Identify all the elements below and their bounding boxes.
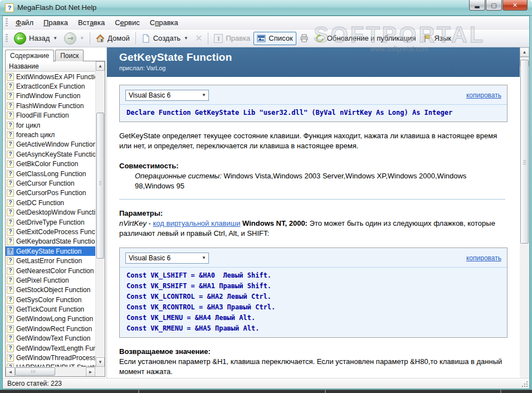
parameters-text: nVirtKey - код виртуальной клавиши Windo… xyxy=(119,219,507,239)
maximize-button[interactable]: ▢ xyxy=(486,0,502,11)
scrollbar-thumb[interactable] xyxy=(520,60,529,244)
language-button[interactable]: Язык xyxy=(419,32,455,45)
sidebar-item-label: GetWindowLong Function xyxy=(16,315,93,323)
home-button[interactable]: Домой xyxy=(92,32,133,45)
content-vertical-scrollbar[interactable]: ▲ ▼ xyxy=(520,47,529,378)
page-title: GetKeyState Function xyxy=(119,51,520,64)
sidebar-item-label: GetPixel Function xyxy=(16,276,69,284)
forward-chevron-icon: ▼ xyxy=(80,36,84,41)
sidebar-list-item[interactable]: ?FlashWindow Function xyxy=(6,101,95,110)
titlebar[interactable]: ? MegaFlash Dot Net Help ▬ ▢ ✕ xyxy=(0,0,532,16)
sidebar-horizontal-scrollbar[interactable]: ◄ ► xyxy=(6,367,95,376)
sidebar-list-item[interactable]: ?GetSysColor Function xyxy=(6,295,95,304)
taskbar-divider xyxy=(325,390,326,393)
copy-link[interactable]: копировать xyxy=(466,90,501,100)
list-button[interactable]: Список xyxy=(253,32,296,45)
sidebar-item-label: GetStockObject Function xyxy=(16,286,90,294)
language-select[interactable]: Visual Basic 6 ▼ xyxy=(125,253,209,264)
menu-item[interactable]: Правка xyxy=(38,17,73,28)
minimize-button[interactable]: ▬ xyxy=(469,0,485,11)
sidebar-list-item[interactable]: ?GetDC Function xyxy=(6,198,95,207)
back-icon: ← xyxy=(14,32,26,45)
app-window: ? MegaFlash Dot Net Help ▬ ▢ ✕ ФайлПравк… xyxy=(0,0,532,393)
create-button[interactable]: Создать ▼ xyxy=(138,32,192,45)
sidebar-list-item[interactable]: ?GetKeyState Function xyxy=(6,246,95,256)
print-button[interactable] xyxy=(296,32,312,45)
sidebar-list-item[interactable]: ?ExtractIconEx Function xyxy=(6,81,95,91)
sidebar-list-item[interactable]: ?GetTickCount Function xyxy=(6,304,95,314)
app-icon: ? xyxy=(5,3,14,12)
back-button[interactable]: ← Назад ▼ xyxy=(11,30,61,47)
scroll-up-icon[interactable]: ▲ xyxy=(96,61,105,71)
question-icon: ? xyxy=(7,276,14,284)
new-document-icon xyxy=(141,34,150,43)
sidebar-list-item[interactable]: ?GetWindowLong Function xyxy=(6,314,95,324)
sidebar-list-item[interactable]: ?HARDWAREINPUT Structu xyxy=(6,363,95,367)
tab-contents[interactable]: Содержание xyxy=(5,50,54,62)
sidebar-list-item[interactable]: ?GetWindowText Function xyxy=(6,334,95,343)
compatibility-heading: Совместимость: xyxy=(119,161,507,171)
scrollbar-thumb[interactable] xyxy=(15,367,55,376)
menu-item[interactable]: Файл xyxy=(11,17,38,28)
sidebar-vertical-scrollbar[interactable]: ▲ ▼ xyxy=(95,61,105,367)
sidebar-list-item[interactable]: ?GetStockObject Function xyxy=(6,285,95,295)
scroll-up-icon[interactable]: ▲ xyxy=(520,47,529,57)
close-button[interactable]: ✕ xyxy=(502,0,528,11)
home-label: Домой xyxy=(108,34,130,42)
question-icon: ? xyxy=(7,208,14,216)
delete-button[interactable]: ✕ xyxy=(192,31,206,46)
sidebar-list-item[interactable]: ?ExitWindowsEx API Function xyxy=(6,72,95,81)
scrollbar-grip xyxy=(99,181,101,185)
sidebar-list-item[interactable]: ?foreach цикл xyxy=(6,130,95,139)
sidebar-list-item[interactable]: ?GetWindowRect Function xyxy=(6,324,95,333)
question-icon: ? xyxy=(7,257,14,265)
forward-button[interactable]: → ▼ xyxy=(61,30,87,47)
toolbar-separator xyxy=(90,32,90,45)
sidebar-list-item[interactable]: ?GetCursorPos Function xyxy=(6,188,95,198)
sidebar-list-item[interactable]: ?GetBkColor Function xyxy=(6,159,95,169)
status-bar: Всего статей: 223 xyxy=(3,378,529,389)
scroll-down-icon[interactable]: ▼ xyxy=(96,357,105,367)
sidebar-list-item[interactable]: ?GetDriveType Function xyxy=(6,217,95,227)
edit-icon: I xyxy=(214,34,223,43)
question-icon: ? xyxy=(7,189,14,197)
menu-item[interactable]: Справка xyxy=(145,17,183,28)
delete-icon: ✕ xyxy=(195,33,202,43)
code-lines: Const VK_LSHIFT = &HA0 Левый Shift.Const… xyxy=(120,268,507,337)
copy-link[interactable]: копировать xyxy=(466,253,501,263)
article-author: прислал: VarLog xyxy=(119,65,520,71)
sidebar-list-item[interactable]: ?GetClassLong Function xyxy=(6,169,95,178)
scroll-left-icon[interactable]: ◄ xyxy=(6,367,15,377)
sidebar-list-item[interactable]: ?GetKeyboardState Function xyxy=(6,237,95,246)
sidebar-list-item[interactable]: ?GetAsyncKeyState Function xyxy=(6,149,95,159)
list-column-header[interactable]: Название xyxy=(6,61,95,72)
scrollbar-thumb[interactable] xyxy=(96,113,104,259)
scroll-right-icon[interactable]: ► xyxy=(86,367,95,377)
toolbar-grip[interactable] xyxy=(6,34,8,43)
sidebar-item-label: GetWindowTextLength Fun xyxy=(16,345,95,352)
sidebar-list-item[interactable]: ?GetDesktopWindow Functio xyxy=(6,207,95,217)
edit-button[interactable]: I Правка xyxy=(211,32,253,45)
menu-item[interactable]: Вставка xyxy=(73,17,110,28)
menu-item[interactable]: Сервис xyxy=(110,17,145,28)
menubar-grip[interactable] xyxy=(6,18,8,27)
sidebar-list-item[interactable]: ?FloodFill Function xyxy=(6,111,95,120)
virtual-key-link[interactable]: код виртуальной клавиши xyxy=(153,219,241,227)
sidebar-list-item[interactable]: ?GetCursor Function xyxy=(6,178,95,188)
tab-search[interactable]: Поиск xyxy=(55,50,84,61)
resize-grip-icon[interactable] xyxy=(521,381,528,387)
sidebar-list-item[interactable]: ?GetPixel Function xyxy=(6,275,95,285)
sidebar-list-item[interactable]: ?GetLastError Function xyxy=(6,256,95,265)
question-icon: ? xyxy=(7,102,14,110)
sidebar-list-item[interactable]: ?FindWindow Function xyxy=(6,91,95,101)
sidebar-list-item[interactable]: ?GetActiveWindow Function xyxy=(6,140,95,149)
update-publish-button[interactable]: Обновление и публикация xyxy=(312,32,419,45)
sidebar-list-item[interactable]: ?GetExitCodeProcess Functio xyxy=(6,227,95,236)
sidebar-list-item[interactable]: ?GetWindowTextLength Fun xyxy=(6,343,95,353)
sidebar-list-item[interactable]: ?for цикл xyxy=(6,120,95,130)
sidebar-list-item[interactable]: ?GetNearestColor Function xyxy=(6,266,95,275)
question-icon: ? xyxy=(7,140,14,148)
sidebar-list-item[interactable]: ?GetWindowThreadProcessI xyxy=(6,353,95,362)
code-line: Declare Function GetKeyState Lib "user32… xyxy=(120,108,507,118)
language-select[interactable]: Visual Basic 6 ▼ xyxy=(125,90,209,101)
